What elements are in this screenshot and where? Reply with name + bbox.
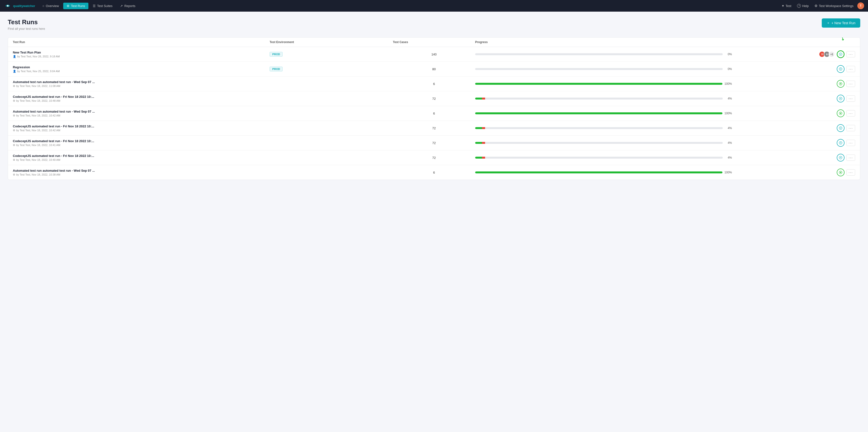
play-button[interactable] [837,139,844,147]
progress-bar [475,83,723,85]
more-options-button[interactable]: ··· [846,110,855,117]
gear-icon: ⚙ [13,85,15,88]
progress-cell: 100% [475,82,732,86]
progress-pct: 4% [724,126,732,130]
nav-overview[interactable]: ○ Overview [39,3,62,9]
progress-pct: 100% [724,112,732,115]
table-header: Test Run Test Environment Test Cases Pro… [8,37,860,47]
table-row: CodeceptJS automated test run - Fri Nov … [8,121,860,135]
table-row: New Test Run Plan 👤 by Test Test, Nov 28… [8,47,860,62]
run-meta: ⚙ by Test Test, Nov 18, 2022, 10:42 AM [13,129,270,132]
run-name: CodeceptJS automated test run - Fri Nov … [13,139,270,143]
play-button[interactable] [837,154,844,161]
test-cases-cell: 72 [393,126,475,130]
test-runs-icon: ⚙ [67,4,69,8]
progress-fill [475,83,723,85]
run-meta: ⚙ by Test Test, Nov 18, 2022, 10:40 AM [13,158,270,161]
table-row: CodeceptJS automated test run - Fri Nov … [8,135,860,150]
actions-cell: XA+1 ··· [732,50,855,58]
page-title-area: Test Runs Find all your test runs here [8,19,45,31]
svg-point-19 [840,172,841,173]
col-test-run: Test Run [13,40,270,44]
actions-cell: ··· [732,154,855,161]
run-name: New Test Run Plan [13,51,270,54]
test-cases-cell: 72 [393,141,475,145]
nav-reports[interactable]: ↗ Reports [117,3,139,9]
more-options-button[interactable]: ··· [846,66,855,72]
progress-bar [475,53,723,55]
run-meta-text: by Test Test, Nov 18, 2022, 10:41 AM [16,144,60,147]
test-cases-cell: 6 [393,112,475,115]
plus-icon: ＋ [827,21,830,25]
more-options-button[interactable]: ··· [846,95,855,102]
svg-point-1 [7,5,8,6]
nav-settings-btn[interactable]: ⚙ Test Workspace Settings [812,3,856,9]
gear-icon: ⚙ [13,99,15,102]
table-row: Automated test run automated test run - … [8,76,860,91]
svg-marker-5 [840,68,841,70]
annotation-arrow-icon: ↙ [840,37,846,42]
run-name: Automated test run automated test run - … [13,110,270,113]
play-button[interactable] [837,80,844,88]
run-meta-text: by Test Test, Nov 18, 2022, 10:38 AM [16,173,60,176]
logo[interactable]: qualitywatcher [4,2,35,10]
nav-help-btn[interactable]: ? Help [795,3,811,9]
more-options-button[interactable]: ··· [846,169,855,176]
play-button[interactable] [837,124,844,132]
nav-workspace-label: Test [786,4,792,8]
nav-test-workspace-btn[interactable]: ✦ Test [780,3,794,9]
run-meta-text: by Test Test, Nov 18, 2022, 10:48 AM [16,99,60,102]
run-meta-text: by Test Test, Nov 18, 2022, 11:08 AM [16,85,60,87]
progress-cell: 4% [475,141,732,145]
svg-marker-15 [840,143,841,144]
progress-pct: 0% [724,53,732,56]
test-cases-cell: 80 [393,67,475,71]
play-button[interactable] [837,110,844,117]
run-meta: 👤 by Test Test, Nov 25, 2022, 9:04 AM [13,70,270,73]
table-row: Regression 👤 by Test Test, Nov 25, 2022,… [8,62,860,76]
more-options-button[interactable]: ··· [846,81,855,87]
svg-marker-9 [840,98,841,99]
progress-bar [475,68,723,70]
gear-icon: ⚙ [13,173,15,176]
new-test-run-button[interactable]: ＋ + New Test Run [822,19,860,28]
nav-test-runs[interactable]: ⚙ Test Runs [63,3,88,9]
nav-help-label: Help [802,4,809,8]
progress-cell: 4% [475,97,732,100]
run-name-cell: Automated test run automated test run - … [13,80,270,88]
play-button[interactable] [837,168,844,176]
play-button[interactable] [837,95,844,102]
nav-settings-label: Test Workspace Settings [819,4,854,8]
user-avatar[interactable]: T [857,2,864,9]
more-options-button[interactable]: ··· [846,51,855,57]
spark-icon: ✦ [781,4,784,8]
run-name: Automated test run automated test run - … [13,169,270,173]
progress-cell: 0% [475,67,732,71]
page-header: Test Runs Find all your test runs here ＋… [8,19,860,31]
run-name: Automated test run automated test run - … [13,80,270,84]
run-name-cell: CodeceptJS automated test run - Fri Nov … [13,124,270,132]
nav-overview-label: Overview [46,4,59,8]
nav-test-suites[interactable]: ☰ Test Suites [89,3,116,9]
gear-icon: ⚙ [13,158,15,161]
reports-icon: ↗ [120,4,123,8]
gear-icon: ⚙ [13,129,15,132]
test-cases-cell: 72 [393,97,475,100]
navbar: qualitywatcher ○ Overview ⚙ Test Runs ☰ … [0,0,868,11]
play-button[interactable] [837,65,844,73]
more-options-button[interactable]: ··· [846,154,855,161]
progress-bar [475,98,723,99]
actions-cell: ··· [732,139,855,147]
play-button[interactable] [837,50,844,58]
test-cases-cell: 6 [393,171,475,174]
more-options-button[interactable]: ··· [846,125,855,131]
table-row: CodeceptJS automated test run - Fri Nov … [8,91,860,106]
progress-pct: 4% [724,156,732,159]
test-cases-cell: 140 [393,53,475,56]
more-options-button[interactable]: ··· [846,140,855,146]
nav-reports-label: Reports [124,4,135,8]
run-meta-text: by Test Test, Nov 18, 2022, 10:40 AM [16,158,60,161]
svg-marker-17 [840,157,841,158]
run-meta-text: by Test Test, Nov 18, 2022, 10:42 AM [16,114,60,117]
col-test-cases: Test Cases [393,40,475,44]
